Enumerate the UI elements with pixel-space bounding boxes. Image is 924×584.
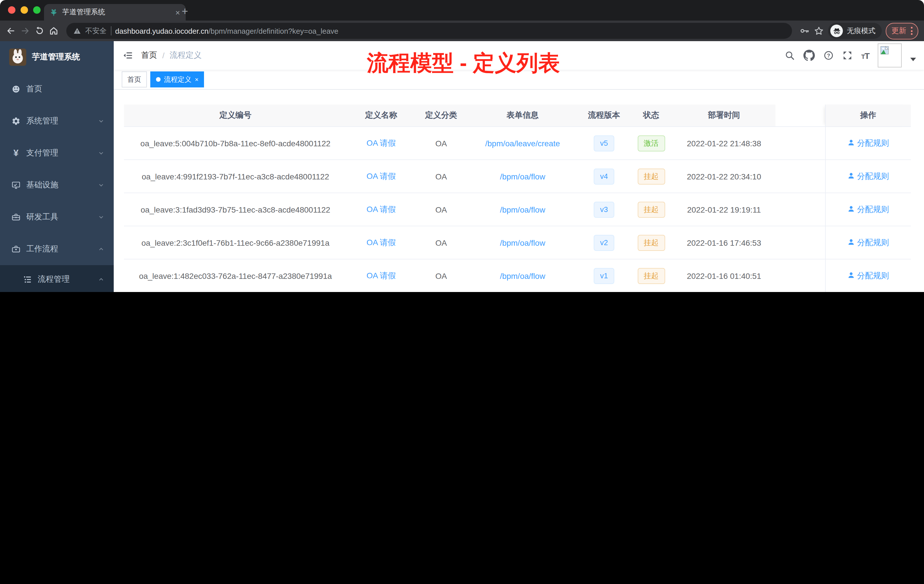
- form-link[interactable]: /bpm/oa/leave/create: [485, 139, 560, 148]
- definition-name-link[interactable]: OA 请假: [366, 271, 396, 280]
- definition-id: oa_leave:4:991f2193-7b7f-11ec-a3c8-acde4…: [124, 160, 347, 193]
- table-row: oa_leave:5:004b710b-7b8a-11ec-8ef0-acde4…: [124, 127, 911, 160]
- monitor-icon: [12, 181, 21, 190]
- definition-name-link[interactable]: OA 请假: [366, 204, 396, 213]
- close-window-button[interactable]: [8, 6, 15, 14]
- assign-rule-link[interactable]: 分配规则: [847, 171, 889, 180]
- app-title: 芋道管理系统: [32, 52, 80, 62]
- status-badge: 挂起: [637, 234, 665, 251]
- briefcase-icon: [12, 244, 21, 254]
- sidebar-item-dev-tools[interactable]: 研发工具: [0, 201, 114, 233]
- user-icon: [847, 238, 855, 246]
- version-badge: v3: [594, 201, 614, 218]
- url-bar[interactable]: 不安全 dashboard.yudao.iocoder.cn/bpm/manag…: [66, 23, 792, 39]
- broken-image-icon: [879, 45, 890, 55]
- active-dot: [156, 77, 160, 82]
- version-badge: v5: [594, 135, 614, 151]
- bookmark-star-icon[interactable]: [814, 26, 824, 36]
- browser-menu-icon[interactable]: [911, 27, 912, 35]
- definition-category: OA: [416, 259, 467, 292]
- tags-view: 首页 流程定义 ×: [114, 70, 924, 90]
- search-icon[interactable]: [785, 50, 795, 61]
- scroll-gutter: [776, 193, 825, 226]
- chevron-down-icon: [98, 150, 105, 157]
- sidebar-item-home[interactable]: 首页: [0, 73, 114, 105]
- screen: 芋道管理系统 × +: [0, 0, 924, 292]
- browser-tab[interactable]: 芋道管理系统 ×: [44, 4, 186, 21]
- breadcrumb-home[interactable]: 首页: [141, 50, 157, 61]
- toolbox-icon: [12, 213, 21, 222]
- table-header-row: 定义编号 定义名称 定义分类 表单信息 流程版本 状态 部署时间 操作: [124, 105, 911, 127]
- plant-favicon: [50, 8, 58, 16]
- sidebar-item-label: 研发工具: [26, 212, 58, 222]
- collapse-sidebar-icon[interactable]: [123, 50, 133, 61]
- deploy-time: 2022-01-22 20:34:10: [673, 160, 776, 193]
- assign-rule-link[interactable]: 分配规则: [847, 238, 889, 247]
- back-icon[interactable]: [6, 26, 16, 36]
- sidebar-item-label: 支付管理: [26, 148, 58, 158]
- definition-category: OA: [416, 160, 467, 193]
- user-avatar[interactable]: [878, 43, 902, 68]
- incognito-badge: 无痕模式: [828, 23, 882, 39]
- form-link[interactable]: /bpm/oa/flow: [500, 205, 545, 214]
- definition-category: OA: [416, 127, 467, 160]
- tree-list-icon: [23, 275, 32, 284]
- definition-id: oa_leave:1:482ec033-762a-11ec-8477-a2380…: [124, 259, 347, 292]
- tag-close-icon[interactable]: ×: [195, 76, 198, 83]
- definition-name-link[interactable]: OA 请假: [366, 238, 396, 247]
- reload-icon[interactable]: [34, 26, 45, 36]
- assign-rule-link[interactable]: 分配规则: [847, 271, 889, 280]
- form-link[interactable]: /bpm/oa/flow: [500, 271, 545, 280]
- chevron-up-icon: [98, 246, 105, 252]
- app-logo[interactable]: 芋道管理系统: [0, 41, 114, 73]
- fullscreen-icon[interactable]: [842, 50, 853, 61]
- font-size-icon[interactable]: TT: [861, 51, 869, 60]
- avatar-caret-icon[interactable]: [910, 58, 916, 61]
- tab-close-icon[interactable]: ×: [175, 8, 180, 16]
- definition-name-link[interactable]: OA 请假: [366, 171, 396, 180]
- tab-title: 芋道管理系统: [62, 7, 171, 17]
- update-label[interactable]: 更新: [891, 26, 906, 36]
- form-link[interactable]: /bpm/oa/flow: [500, 238, 545, 247]
- col-definition-id: 定义编号: [124, 105, 347, 127]
- help-icon[interactable]: ?: [823, 50, 834, 61]
- definition-id: oa_leave:2:3c1f0ef1-76b1-11ec-9c66-a2380…: [124, 226, 347, 259]
- sidebar-item-label: 首页: [26, 84, 42, 94]
- sidebar-item-process-management[interactable]: 流程管理: [0, 265, 114, 292]
- table-row: oa_leave:4:991f2193-7b7f-11ec-a3c8-acde4…: [124, 160, 911, 193]
- table-row: oa_leave:2:3c1f0ef1-76b1-11ec-9c66-a2380…: [124, 226, 911, 259]
- sidebar-item-workflow[interactable]: 工作流程: [0, 233, 114, 265]
- status-badge: 挂起: [637, 268, 665, 284]
- version-badge: v4: [594, 168, 614, 184]
- minimize-window-button[interactable]: [21, 6, 28, 14]
- new-tab-button[interactable]: +: [182, 6, 188, 16]
- browser-update-button[interactable]: 更新: [886, 23, 918, 39]
- form-link[interactable]: /bpm/oa/flow: [500, 172, 545, 181]
- definition-category: OA: [416, 226, 467, 259]
- scroll-gutter: [776, 259, 825, 292]
- status-badge: 挂起: [637, 201, 665, 218]
- assign-rule-link[interactable]: 分配规则: [847, 138, 889, 147]
- sidebar-item-infrastructure[interactable]: 基础设施: [0, 169, 114, 201]
- forward-icon[interactable]: [20, 26, 30, 36]
- assign-rule-link[interactable]: 分配规则: [847, 204, 889, 213]
- home-icon[interactable]: [49, 26, 59, 36]
- breadcrumb-current: 流程定义: [170, 50, 202, 61]
- gear-icon: [12, 117, 21, 126]
- github-icon[interactable]: [804, 50, 815, 61]
- zoom-window-button[interactable]: [33, 6, 41, 14]
- browser-chrome: 芋道管理系统 × +: [0, 0, 924, 41]
- col-form-info: 表单信息: [467, 105, 578, 127]
- tag-process-definition[interactable]: 流程定义 ×: [150, 71, 204, 87]
- definition-table: 定义编号 定义名称 定义分类 表单信息 流程版本 状态 部署时间 操作: [124, 105, 911, 292]
- col-deploy-time: 部署时间: [673, 105, 776, 127]
- security-label[interactable]: 不安全: [85, 26, 107, 36]
- password-key-icon[interactable]: [799, 26, 810, 36]
- sidebar-item-system[interactable]: 系统管理: [0, 105, 114, 137]
- definition-name-link[interactable]: OA 请假: [366, 138, 396, 147]
- url-text[interactable]: dashboard.yudao.iocoder.cn/bpm/manager/d…: [115, 26, 338, 35]
- tag-home[interactable]: 首页: [122, 71, 147, 87]
- table-body: oa_leave:5:004b710b-7b8a-11ec-8ef0-acde4…: [124, 127, 911, 292]
- window-controls: [8, 6, 41, 14]
- sidebar-item-payment[interactable]: ¥ 支付管理: [0, 137, 114, 169]
